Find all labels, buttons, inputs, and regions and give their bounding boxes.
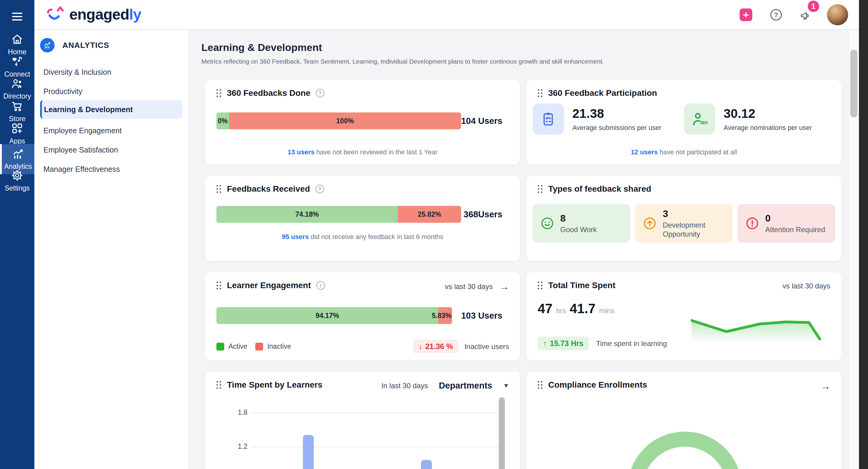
minutes-value: 41.7 — [569, 301, 595, 316]
feedbacks-received-stacked-bar[interactable]: 74.18% 25.82% — [216, 206, 461, 223]
drag-handle-icon[interactable] — [537, 380, 544, 389]
bar-segment-active[interactable]: 94.17% — [216, 307, 438, 324]
card-learner-engagement: Learner Engagement i vs last 30 days → 9… — [205, 272, 520, 361]
page-scrollbar-track[interactable] — [849, 30, 859, 469]
apps-grid-icon — [10, 122, 24, 135]
bar-segment-inactive-label: 5.83% — [432, 307, 452, 324]
announcements-megaphone-icon[interactable] — [799, 10, 811, 22]
hamburger-menu-icon[interactable] — [12, 13, 22, 21]
analytics-sidebar: ANALYTICS Diversity & Inclusion Producti… — [34, 30, 189, 469]
drag-handle-icon[interactable] — [537, 184, 544, 193]
caret-down-icon[interactable]: ▼ — [503, 382, 509, 389]
window-edge-strip — [859, 0, 868, 469]
card-feedback-types: Types of feedback shared 8 Good Work — [527, 176, 841, 261]
analytics-circle-icon — [40, 38, 55, 53]
bar-department-1[interactable] — [303, 435, 314, 469]
users-link[interactable]: 13 users — [287, 148, 314, 156]
sidebar-item-diversity-inclusion[interactable]: Diversity & Inclusion — [40, 65, 182, 79]
users-total: 104 Users — [461, 116, 509, 126]
brand-logo[interactable]: engagedly — [45, 5, 141, 24]
svg-text:?: ? — [774, 11, 778, 19]
tile-label: Attention Required — [765, 225, 825, 234]
bar-segment-not-received[interactable]: 25.82% — [398, 206, 461, 223]
card-footnote: 12 users have not participated at all — [527, 148, 841, 156]
stat-label: Average submissions per user — [572, 124, 661, 132]
sidebar-item-learning-development[interactable]: Learning & Development — [40, 100, 182, 119]
settings-gear-icon — [10, 169, 24, 182]
card-total-time-spent: Total Time Spent vs last 30 days 47 hrs … — [527, 272, 841, 361]
rail-item-directory[interactable]: Directory — [0, 77, 34, 100]
bar-segment-received[interactable]: 74.18% — [216, 206, 398, 223]
drag-handle-icon[interactable] — [216, 184, 222, 193]
help-circle-icon[interactable]: ? — [315, 88, 325, 98]
directory-people-icon — [10, 77, 24, 90]
rail-item-store[interactable]: Store — [0, 99, 34, 123]
user-avatar[interactable] — [827, 4, 848, 25]
rail-item-connect[interactable]: Connect — [0, 55, 34, 79]
delta-label: Inactive users — [464, 342, 509, 351]
delta-label: Time spent in learning — [596, 339, 667, 348]
gridline-1-8 — [250, 413, 499, 413]
delta-value: 21.36 % — [425, 342, 453, 351]
alert-circle-icon — [745, 216, 759, 230]
arrow-up-icon: ↑ — [543, 339, 547, 348]
drag-handle-icon[interactable] — [216, 281, 222, 290]
card-title: 360 Feedbacks Done — [227, 88, 310, 98]
drag-handle-icon[interactable] — [216, 380, 222, 389]
period-label: In last 30 days — [381, 382, 428, 390]
period-label: vs last 30 days — [782, 282, 830, 290]
sidebar-item-manager-effectiveness[interactable]: Manager Effectiveness — [40, 162, 182, 176]
help-icon[interactable]: ? — [770, 8, 782, 21]
tile-development-opportunity: 3 Development Opportunity — [635, 204, 733, 243]
tile-good-work: 8 Good Work — [532, 204, 630, 243]
rail-item-settings[interactable]: Settings — [0, 169, 34, 192]
clipboard-icon — [532, 103, 564, 135]
minutes-unit: mins — [599, 307, 615, 315]
users-link[interactable]: 95 users — [282, 233, 309, 241]
bar-segment-low[interactable]: 0% — [216, 113, 229, 129]
legend-inactive-label: Inactive — [267, 342, 291, 350]
feedbacks-done-stacked-bar[interactable]: 0% 100% — [216, 113, 461, 129]
learner-engagement-stacked-bar[interactable]: 94.17% 5.83% — [216, 307, 452, 324]
tile-value: 3 — [663, 208, 725, 219]
page-scrollbar-thumb[interactable] — [850, 50, 858, 118]
y-tick: 1.2 — [223, 442, 247, 450]
users-total: 368Users — [461, 210, 509, 219]
bar-segment-high[interactable]: 100% — [229, 113, 461, 129]
sidebar-item-employee-satisfaction[interactable]: Employee Satisfaction — [40, 143, 182, 157]
bar-department-2[interactable] — [421, 460, 432, 469]
chart-scrollbar-thumb[interactable] — [499, 397, 505, 469]
time-spent-sparkline — [691, 317, 822, 350]
chart-legend: Active Inactive — [216, 342, 291, 350]
drag-handle-icon[interactable] — [537, 89, 544, 98]
sidebar-item-productivity[interactable]: Productivity — [40, 84, 182, 98]
arrow-right-icon[interactable]: → — [499, 282, 509, 291]
drag-handle-icon[interactable] — [216, 89, 222, 98]
svg-text:?: ? — [318, 90, 321, 96]
hours-unit: hrs — [556, 307, 566, 315]
arrow-up-circle-icon — [643, 216, 657, 230]
users-total: 103 Users — [452, 311, 509, 321]
smiley-icon — [540, 216, 554, 230]
rail-item-home[interactable]: Home — [0, 33, 34, 56]
sidebar-item-employee-engagement[interactable]: Employee Engagement — [40, 124, 182, 137]
group-by-dropdown[interactable]: Departments — [439, 381, 492, 390]
card-compliance-enrollments: Compliance Enrollments → 85% — [527, 372, 841, 469]
period-label: vs last 30 days — [445, 282, 493, 291]
svg-text:360: 360 — [700, 120, 708, 125]
info-circle-icon[interactable]: i — [316, 281, 326, 290]
compliance-donut-chart: 85% — [527, 388, 841, 469]
rail-label: Directory — [3, 92, 31, 100]
users-link[interactable]: 12 users — [631, 148, 658, 156]
card-footnote: 13 users have not been reviewed in the l… — [205, 148, 520, 156]
rail-item-apps[interactable]: Apps — [0, 122, 34, 145]
store-cart-icon — [10, 99, 24, 113]
tile-value: 8 — [560, 213, 597, 224]
create-new-button[interactable]: + — [740, 8, 752, 21]
person-360-icon: 360 — [684, 103, 715, 135]
legend-active-swatch — [216, 343, 224, 350]
drag-handle-icon[interactable] — [537, 281, 544, 290]
help-circle-icon[interactable]: ? — [315, 184, 324, 194]
stat-value: 21.38 — [572, 106, 661, 121]
delta-badge-positive: ↑ 15.73 Hrs — [538, 337, 589, 350]
